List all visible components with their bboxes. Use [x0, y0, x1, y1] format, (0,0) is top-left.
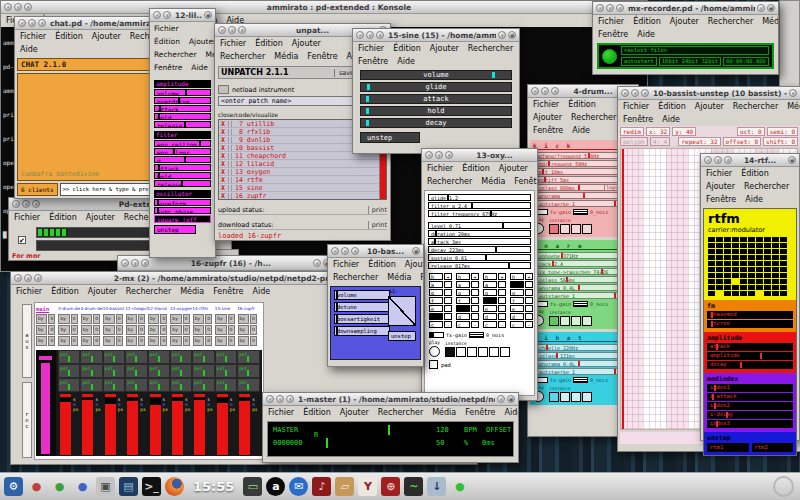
grid-cell[interactable] [708, 273, 715, 278]
grid-cell[interactable] [780, 237, 787, 242]
grid-cell[interactable] [748, 249, 755, 254]
tray-history-icon[interactable] [773, 476, 794, 497]
octave-down-button[interactable]: - [525, 321, 533, 328]
menu-item[interactable]: Fichier [16, 287, 42, 296]
menu-item[interactable]: Édition [568, 100, 596, 109]
thunderbird-icon[interactable]: ✉ [289, 477, 308, 496]
percent-value[interactable]: 50 [436, 439, 444, 447]
menu-item[interactable]: Média [274, 52, 298, 61]
note-cell[interactable]: d [483, 313, 497, 320]
screenshot-icon[interactable]: ▭ [243, 477, 262, 496]
channel-fader[interactable] [239, 398, 250, 455]
aux-send-cell[interactable]: by0 [215, 314, 237, 324]
shade-icon[interactable]: ∨ [163, 11, 171, 19]
note-sharp-cell[interactable] [471, 305, 479, 312]
channel-fader[interactable] [127, 398, 138, 455]
close-instrument-button[interactable]: X [219, 168, 228, 176]
fader-handle[interactable] [105, 394, 116, 397]
fader-handle[interactable] [239, 394, 250, 397]
close-icon[interactable]: × [266, 395, 274, 403]
slider-thumb[interactable] [336, 327, 338, 335]
aux-send-cell[interactable]: by0 [126, 325, 148, 335]
slider-thumb[interactable] [158, 173, 160, 178]
offset-value[interactable]: 0ms [482, 439, 495, 447]
value-cell[interactable]: 0 [205, 314, 212, 324]
minimize-icon[interactable]: ∧ [724, 156, 732, 164]
grid-cell[interactable] [724, 291, 731, 296]
value-cell[interactable]: 0 [71, 336, 78, 346]
rtm-button[interactable]: rtm2 [752, 443, 794, 452]
menu-item[interactable]: Édition [303, 408, 331, 417]
note-cell[interactable]: c [483, 321, 497, 328]
aux-send-cell[interactable]: by0 [238, 336, 260, 346]
preset-cell[interactable]: pst [215, 378, 237, 392]
preset-cell[interactable]: pst [125, 350, 147, 364]
oscillator-slider[interactable]: waveform [154, 199, 211, 206]
aux-send-cell[interactable]: by0 [36, 325, 58, 335]
value-cell[interactable]: 0 [71, 314, 78, 324]
grid-cell[interactable] [772, 261, 779, 266]
menu-item[interactable]: Fenêtre [706, 195, 736, 204]
aux-send-cell[interactable]: by0 [103, 325, 125, 335]
grid-cell[interactable] [756, 255, 763, 260]
preset-button[interactable]: ps [163, 407, 168, 412]
aux-send-cell[interactable]: by0 [238, 314, 260, 324]
note-cell[interactable]: g [456, 289, 470, 296]
envelope-slider[interactable]: sustain 0.61 [428, 254, 531, 261]
close-instrument-button[interactable]: X [219, 136, 228, 144]
konsole-titlebar[interactable]: ×∨∧ammirato : pd-extended : Konsole [1, 1, 647, 14]
value-cell[interactable]: 0 [93, 314, 100, 324]
channel-strip[interactable]: smps [148, 394, 170, 456]
grid-cell[interactable] [772, 273, 779, 278]
grid-cell[interactable] [732, 243, 739, 248]
note-cell[interactable]: c [429, 321, 443, 328]
sequence-control[interactable]: offset: 0 [723, 137, 762, 146]
close-icon[interactable]: × [356, 31, 364, 39]
grid-cell[interactable] [772, 249, 779, 254]
menu-item[interactable]: Édition [55, 32, 83, 41]
grid-cell[interactable] [732, 237, 739, 242]
fm-slider[interactable]: stereo [707, 320, 793, 328]
slider-thumb[interactable] [561, 253, 563, 258]
fader-handle[interactable] [60, 394, 71, 397]
bypass-cell[interactable]: by [103, 336, 114, 346]
grid-dim-control[interactable]: redim [620, 127, 644, 136]
filter-slider[interactable]: env_floor [154, 148, 211, 155]
preset-cell[interactable]: pst [237, 350, 259, 364]
menu-item[interactable]: Édition [49, 213, 77, 222]
remote-desktop-icon[interactable]: ▣ [96, 477, 115, 496]
maximize-icon[interactable]: ∨ [498, 31, 506, 39]
menu-item[interactable]: Rechercher [154, 50, 196, 59]
grid-cell[interactable] [708, 279, 715, 284]
menu-item[interactable]: Média [180, 287, 204, 296]
menu-item[interactable]: Rechercher [427, 177, 472, 186]
preset-cell[interactable]: pst [170, 378, 192, 392]
menu-item[interactable]: Fenêtre [358, 57, 388, 66]
grid-cell[interactable] [716, 273, 723, 278]
menu-item[interactable]: Ajouter [533, 113, 562, 122]
note-sharp-cell[interactable] [444, 297, 452, 304]
amplitude-slider[interactable]: release [154, 121, 211, 128]
modindex-slider[interactable]: index1 [707, 384, 793, 392]
slider-thumb[interactable] [485, 255, 487, 260]
slider-thumb[interactable] [366, 108, 369, 114]
menu-item[interactable]: Fenêtre [623, 115, 653, 124]
menu-item[interactable]: Édition [658, 102, 686, 111]
channel-fader[interactable] [172, 398, 183, 455]
grid-cell[interactable] [748, 291, 755, 296]
grid-cell[interactable] [732, 255, 739, 260]
close-instrument-button[interactable]: X [219, 160, 228, 168]
note-cell[interactable]: h [456, 273, 470, 280]
rtfm-titlebar[interactable]: ×∨∧14-rtf...▣ [701, 154, 799, 167]
grid-cell[interactable] [708, 267, 715, 272]
slider-thumb[interactable] [546, 345, 548, 350]
bassist-titlebar[interactable]: ×∨∧10-bassist-unstep (10 bassist) - /...… [618, 87, 800, 100]
note-cell[interactable]: f [456, 297, 470, 304]
note-sharp-cell[interactable] [498, 281, 506, 288]
slider-thumb[interactable] [173, 149, 175, 154]
menu-item[interactable]: Rechercher [220, 52, 265, 61]
slider-thumb[interactable] [178, 98, 180, 103]
menu-item[interactable]: Fichier [14, 213, 40, 222]
system-monitor-icon[interactable]: ~ [404, 477, 423, 496]
menu-item[interactable]: Aide [637, 30, 655, 39]
